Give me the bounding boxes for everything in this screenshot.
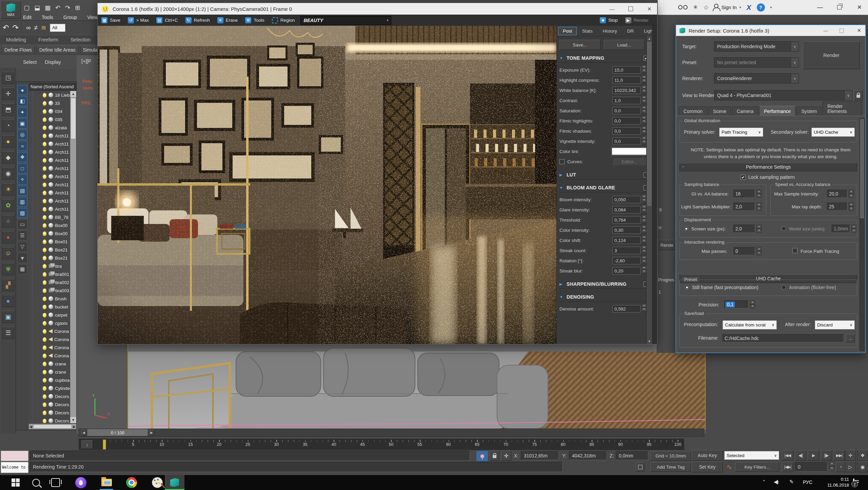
max-passes-field[interactable]: 0 bbox=[733, 247, 755, 255]
panel-tab-select[interactable]: Select bbox=[19, 58, 41, 66]
volume-icon[interactable]: ◀) bbox=[774, 479, 778, 485]
alice-assistant-button[interactable] bbox=[73, 475, 88, 490]
scene-list-item[interactable]: Arch11 bbox=[32, 172, 70, 181]
ribbon-button[interactable]: Simulate bbox=[80, 45, 99, 54]
isolate-selection-toggle[interactable] bbox=[476, 451, 488, 461]
vfb-tab-post[interactable]: Post bbox=[558, 27, 577, 35]
expand-arrow-icon[interactable]: ▶ bbox=[32, 289, 33, 292]
visibility-bulb-icon[interactable] bbox=[43, 354, 46, 358]
filename-browse-button[interactable]: ... bbox=[846, 334, 855, 342]
action-center-button[interactable]: 2 bbox=[853, 479, 854, 485]
frame-spinner[interactable]: ▴▾ bbox=[829, 461, 834, 471]
tool-icon-6[interactable]: ◉ bbox=[2, 167, 14, 180]
go-to-start-icon[interactable]: |◀◀ bbox=[782, 450, 793, 460]
scene-list-item[interactable]: ▶bra001 bbox=[32, 270, 70, 278]
selection-lock-toggle[interactable] bbox=[490, 451, 499, 461]
vfb-toolbar-region-button[interactable]: Region bbox=[268, 15, 299, 26]
scene-list-item[interactable]: Box21 bbox=[32, 254, 70, 262]
precision-field[interactable]: 0,1 bbox=[724, 300, 749, 308]
explorer-filter-icon-8[interactable]: ✧ bbox=[17, 174, 27, 185]
render-setup-tab-system[interactable]: System bbox=[796, 107, 822, 116]
visibility-bulb-icon[interactable] bbox=[43, 297, 46, 301]
z-coord-field[interactable]: 0,0mm bbox=[616, 451, 648, 460]
scene-list-item[interactable]: Corona bbox=[32, 343, 70, 352]
tool-icon-15[interactable]: ▣ bbox=[2, 311, 14, 323]
x-coord-field[interactable]: 31012,65m bbox=[521, 451, 559, 460]
explorer-filter-icon-4[interactable]: ◎ bbox=[17, 130, 27, 140]
viewport-nav-icon[interactable]: ▷ bbox=[845, 461, 856, 472]
time-configuration-icon[interactable]: ◔ bbox=[836, 462, 845, 472]
ribbon-tab-modeling[interactable]: Modeling bbox=[0, 36, 32, 44]
mrd-spinner[interactable]: ▴▾ bbox=[849, 203, 854, 211]
explorer-filter-icon-6[interactable]: ❖ bbox=[17, 152, 27, 162]
tool-icon-16[interactable]: ☰ bbox=[2, 327, 14, 339]
render-setup-scrollbar[interactable] bbox=[860, 118, 865, 351]
scroll-down-icon[interactable]: ▼ bbox=[70, 417, 76, 423]
visibility-bulb-icon[interactable] bbox=[43, 174, 46, 179]
coordinate-display-icon[interactable]: ✛ bbox=[501, 451, 511, 461]
redo-icon[interactable]: ↷ bbox=[12, 23, 18, 32]
lsm-spinner[interactable]: ▴▾ bbox=[756, 203, 762, 211]
maximize-icon[interactable] bbox=[840, 29, 844, 33]
visibility-bulb-icon[interactable] bbox=[43, 142, 46, 146]
visibility-bulb-icon[interactable] bbox=[43, 394, 46, 399]
taskbar-search-button[interactable] bbox=[28, 475, 43, 490]
visibility-bulb-icon[interactable] bbox=[43, 158, 46, 163]
pen-icon[interactable]: ✎ bbox=[789, 479, 794, 485]
select-and-link-icon[interactable]: ∞ bbox=[26, 24, 31, 32]
tool-icon-2[interactable]: ⬒ bbox=[2, 103, 14, 116]
setting-spinner[interactable]: ▴▾ bbox=[642, 304, 647, 311]
msi-spinner[interactable]: ▴▾ bbox=[849, 190, 854, 198]
scene-list[interactable]: 18 Lieb33034035alzataArch11Arch11Arch11A… bbox=[29, 91, 70, 423]
quick-access-icon-1[interactable]: ⬓ bbox=[34, 4, 40, 12]
go-to-end-icon[interactable]: ▶▶| bbox=[833, 450, 845, 460]
setting-spinner[interactable]: ▴▾ bbox=[642, 256, 647, 263]
render-setup-tab-performance[interactable]: Performance bbox=[759, 106, 795, 116]
ribbon-button[interactable]: Define Flows bbox=[1, 45, 35, 54]
scene-list-item[interactable]: Corona bbox=[32, 335, 70, 343]
scene-list-item[interactable]: Arch11 bbox=[32, 205, 70, 213]
scene-list-item[interactable]: Arch11 bbox=[32, 148, 70, 156]
vfb-toolbar-save-button[interactable]: ▦Save bbox=[98, 15, 124, 26]
setting-field[interactable]: 1,0 bbox=[612, 97, 641, 104]
file-explorer-button[interactable] bbox=[99, 475, 114, 490]
setting-field[interactable]: 0,592 bbox=[612, 305, 641, 313]
setting-field[interactable]: 0,0 bbox=[612, 127, 641, 135]
vfb-toolbar-refresh-button[interactable]: ↻Refresh bbox=[182, 15, 214, 26]
tool-icon-9[interactable]: ⁘ bbox=[2, 215, 14, 227]
current-frame-marker[interactable] bbox=[103, 439, 106, 450]
explorer-filter-icon-11[interactable]: ▧ bbox=[17, 208, 27, 218]
color-tint-swatch[interactable] bbox=[612, 148, 647, 155]
ribbon-tab-freeform[interactable]: Freeform bbox=[32, 36, 64, 44]
explorer-tool-icon-3[interactable]: ▼ bbox=[17, 253, 27, 263]
explorer-tool-icon-1[interactable]: ☰ bbox=[17, 230, 27, 241]
scroll-down-icon[interactable]: ▼ bbox=[647, 339, 652, 344]
explorer-filter-icon-5[interactable]: ≈ bbox=[17, 141, 27, 151]
visibility-bulb-icon[interactable] bbox=[43, 362, 46, 366]
visibility-bulb-icon[interactable] bbox=[43, 419, 46, 423]
current-frame-field[interactable]: 0 bbox=[795, 462, 827, 472]
precision-spinner[interactable]: ▴▾ bbox=[750, 300, 755, 308]
explorer-filter-icon-7[interactable]: □ bbox=[17, 163, 27, 173]
visibility-bulb-icon[interactable] bbox=[43, 191, 46, 195]
play-icon[interactable]: ▶ bbox=[808, 450, 819, 460]
scene-list-item[interactable]: ▶bra bbox=[32, 262, 70, 270]
visibility-bulb-icon[interactable] bbox=[43, 215, 46, 220]
search-binoculars-icon[interactable] bbox=[678, 5, 688, 10]
chrome-button[interactable] bbox=[124, 475, 139, 490]
vfb-tab-dr[interactable]: DR bbox=[623, 27, 639, 35]
explorer-tool-icon-2[interactable]: ▽ bbox=[17, 242, 27, 252]
scene-list-item[interactable]: carpet bbox=[32, 311, 70, 319]
unlink-selection-icon[interactable]: ≠ bbox=[34, 24, 37, 32]
next-frame-slider-icon[interactable]: ▶ bbox=[149, 430, 154, 436]
tool-icon-14[interactable]: ● bbox=[2, 295, 14, 307]
progress-render-button[interactable]: Rende bbox=[658, 240, 676, 250]
scroll-left-icon[interactable]: ◀ bbox=[29, 425, 32, 429]
setting-field[interactable]: 0,764 bbox=[612, 216, 641, 224]
scene-list-item[interactable]: Arch11 bbox=[32, 156, 70, 164]
visibility-bulb-icon[interactable] bbox=[43, 313, 46, 317]
visibility-bulb-icon[interactable] bbox=[43, 272, 46, 277]
key-mode-toggle-icon[interactable]: |◀▶| bbox=[782, 462, 793, 472]
render-element-dropdown[interactable]: BEAUTY▾ bbox=[300, 16, 391, 25]
target-dropdown[interactable]: Production Rendering Mode ∨ bbox=[714, 41, 799, 52]
